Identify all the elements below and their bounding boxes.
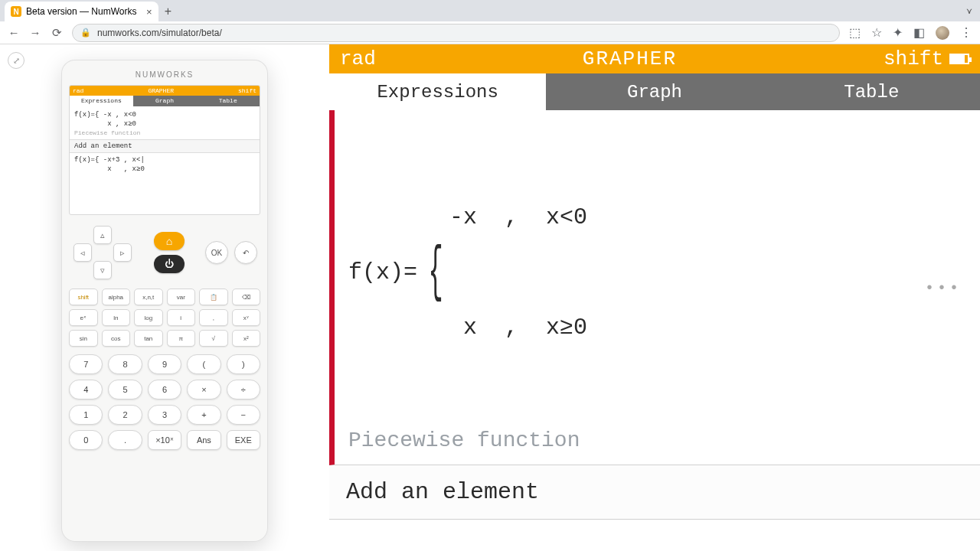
new-tab-button[interactable]: + bbox=[158, 2, 178, 21]
app-title: GRAPHER bbox=[376, 47, 884, 70]
dpad-down[interactable]: ▿ bbox=[93, 261, 112, 279]
numkey-4[interactable]: 4 bbox=[69, 380, 103, 399]
browser-tab-strip: N Beta version — NumWorks × + ⋎ bbox=[0, 0, 980, 21]
mini-f1-subtitle: Piecewise function bbox=[74, 129, 255, 136]
dpad-right[interactable]: ▹ bbox=[113, 243, 132, 262]
zoomed-screen: rad GRAPHER shift Expressions Graph Tabl… bbox=[329, 44, 980, 551]
numkey-3[interactable]: 3 bbox=[148, 405, 181, 425]
shift-indicator: shift bbox=[884, 47, 943, 70]
numkey-9[interactable]: 9 bbox=[148, 354, 181, 374]
ok-button[interactable]: OK bbox=[205, 241, 228, 264]
dpad-up[interactable]: ▵ bbox=[93, 226, 112, 244]
mini-shift: shift bbox=[238, 87, 256, 94]
key-[interactable]: 📋 bbox=[199, 289, 228, 305]
side-panel-icon[interactable]: ◧ bbox=[913, 25, 925, 40]
browser-tab[interactable]: N Beta version — NumWorks × bbox=[5, 2, 158, 21]
bookmark-icon[interactable]: ☆ bbox=[871, 25, 882, 40]
numkey-10[interactable]: ×10ˣ bbox=[148, 430, 181, 450]
calculator-screen[interactable]: rad GRAPHER shift Expressions Graph Tabl… bbox=[69, 85, 260, 215]
lock-icon: 🔒 bbox=[80, 28, 91, 37]
mini-f1-line1: f(x)={ -x , x<0 bbox=[74, 111, 255, 119]
mini-f2-line1: f(x)={ -x+3 , x<| bbox=[74, 156, 255, 164]
calculator-brand: NUMWORKS bbox=[69, 70, 260, 79]
mini-tab-graph: Graph bbox=[133, 96, 197, 106]
extensions-icon[interactable]: ✦ bbox=[893, 25, 903, 40]
f1-case1: -x , x<0 bbox=[449, 199, 587, 236]
battery-icon bbox=[949, 54, 969, 64]
numkey-1[interactable]: 1 bbox=[69, 405, 103, 425]
home-button[interactable]: ⌂ bbox=[154, 232, 185, 250]
install-icon[interactable]: ⬚ bbox=[849, 25, 861, 40]
more-icon[interactable]: ••• bbox=[925, 279, 962, 296]
numkey-8[interactable]: 8 bbox=[108, 354, 142, 374]
numkey-[interactable]: . bbox=[108, 430, 142, 450]
tab-graph[interactable]: Graph bbox=[546, 73, 763, 110]
tab-title: Beta version — NumWorks bbox=[26, 6, 137, 17]
browser-toolbar: ← → ⟳ 🔒 numworks.com/simulator/beta/ ⬚ ☆… bbox=[0, 21, 980, 44]
key-[interactable]: , bbox=[199, 309, 228, 326]
key-[interactable]: π bbox=[167, 330, 196, 347]
key-ln[interactable]: ln bbox=[102, 309, 131, 326]
mini-tab-table: Table bbox=[196, 96, 260, 106]
key-sin[interactable]: sin bbox=[69, 330, 98, 347]
numkey-7[interactable]: 7 bbox=[69, 354, 103, 374]
status-bar: rad GRAPHER shift bbox=[329, 44, 980, 73]
numkey-5[interactable]: 5 bbox=[108, 380, 142, 399]
mini-add-element: Add an element bbox=[70, 139, 260, 153]
numkey-ans[interactable]: Ans bbox=[187, 430, 220, 450]
key-var[interactable]: var bbox=[167, 289, 196, 305]
key-e[interactable]: eˣ bbox=[69, 309, 98, 326]
numkey-[interactable]: − bbox=[227, 405, 260, 425]
profile-avatar[interactable] bbox=[936, 26, 949, 40]
mini-f1-line2: x , x≥0 bbox=[74, 120, 255, 128]
direction-pad: ▵ ▿ ◃ ▹ bbox=[72, 226, 133, 279]
mini-app-title: GRAPHER bbox=[83, 87, 238, 94]
tab-bar: Expressions Graph Table bbox=[329, 73, 980, 110]
key-[interactable]: √ bbox=[199, 330, 228, 347]
tab-table[interactable]: Table bbox=[763, 73, 980, 110]
mini-f2-line2: x , x≥0 bbox=[74, 165, 255, 173]
add-element-row[interactable]: Add an element bbox=[329, 465, 980, 520]
numkey-[interactable]: × bbox=[187, 380, 220, 399]
numkey-exe[interactable]: EXE bbox=[227, 430, 260, 450]
reload-icon[interactable]: ⟳ bbox=[51, 26, 63, 40]
power-button[interactable]: ⏻ bbox=[154, 255, 185, 273]
f1-lhs: f(x)= bbox=[348, 259, 417, 285]
calculator-device: NUMWORKS rad GRAPHER shift Expressions G… bbox=[61, 60, 268, 542]
key-x[interactable]: x² bbox=[232, 330, 261, 347]
key-[interactable]: ⌫ bbox=[232, 289, 261, 305]
numkey-[interactable]: + bbox=[187, 405, 220, 425]
numkey-[interactable]: ( bbox=[187, 354, 220, 374]
key-xnt[interactable]: x,n,t bbox=[134, 289, 163, 305]
numkey-[interactable]: ) bbox=[227, 354, 260, 374]
forward-icon[interactable]: → bbox=[29, 26, 41, 39]
key-shift[interactable]: shift bbox=[69, 289, 98, 305]
tab-expressions[interactable]: Expressions bbox=[329, 73, 546, 110]
key-alpha[interactable]: alpha bbox=[102, 289, 131, 305]
mini-tab-expressions: Expressions bbox=[70, 96, 133, 106]
mini-mode: rad bbox=[73, 87, 83, 94]
key-i[interactable]: i bbox=[167, 309, 196, 326]
menu-icon[interactable]: ⋮ bbox=[960, 25, 972, 40]
tab-favicon: N bbox=[11, 6, 21, 17]
f1-subtitle: Piecewise function bbox=[348, 429, 965, 452]
fullscreen-button[interactable]: ⤢ bbox=[8, 52, 24, 69]
dpad-left[interactable]: ◃ bbox=[74, 243, 92, 262]
tab-overflow-icon[interactable]: ⋎ bbox=[966, 6, 972, 16]
key-log[interactable]: log bbox=[134, 309, 163, 326]
address-bar[interactable]: 🔒 numworks.com/simulator/beta/ bbox=[72, 24, 840, 42]
key-cos[interactable]: cos bbox=[102, 330, 131, 347]
key-x[interactable]: xʸ bbox=[232, 309, 261, 326]
numkey-[interactable]: ÷ bbox=[227, 380, 260, 399]
numkey-2[interactable]: 2 bbox=[108, 405, 142, 425]
url-text: numworks.com/simulator/beta/ bbox=[97, 28, 222, 38]
angle-mode: rad bbox=[340, 47, 376, 70]
numkey-0[interactable]: 0 bbox=[69, 430, 103, 450]
back-icon[interactable]: ← bbox=[8, 26, 20, 39]
tab-close-icon[interactable]: × bbox=[146, 6, 152, 18]
function-row-2[interactable]: f(x)= { -x+3 , x< x , x≥0 , bbox=[329, 520, 980, 551]
numkey-6[interactable]: 6 bbox=[148, 380, 181, 399]
key-tan[interactable]: tan bbox=[134, 330, 163, 347]
function-row-1[interactable]: ••• f(x)= { -x , x<0 x , x≥0 Piecewise f… bbox=[329, 110, 980, 465]
back-button[interactable]: ↶ bbox=[234, 241, 257, 264]
